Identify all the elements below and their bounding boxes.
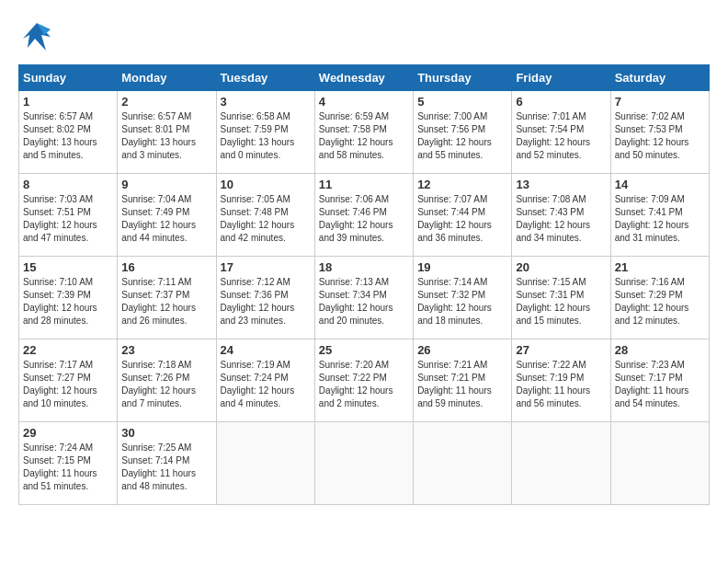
cell-text: Sunrise: 6:58 AMSunset: 7:59 PMDaylight:… (221, 111, 295, 160)
cell-text: Sunrise: 7:19 AMSunset: 7:24 PMDaylight:… (221, 360, 295, 408)
day-number: 17 (221, 260, 311, 274)
day-number: 5 (417, 95, 507, 109)
calendar-cell: 24Sunrise: 7:19 AMSunset: 7:24 PMDayligh… (216, 339, 314, 422)
day-number: 4 (319, 95, 409, 109)
weekday-header: Thursday (414, 65, 512, 91)
day-number: 14 (615, 178, 705, 191)
cell-text: Sunrise: 7:09 AMSunset: 7:41 PMDaylight:… (615, 194, 689, 243)
day-number: 13 (516, 178, 606, 191)
calendar-cell: 17Sunrise: 7:12 AMSunset: 7:36 PMDayligh… (216, 257, 314, 339)
calendar-cell: 10Sunrise: 7:05 AMSunset: 7:48 PMDayligh… (216, 174, 314, 257)
calendar-cell: 11Sunrise: 7:06 AMSunset: 7:46 PMDayligh… (314, 174, 413, 257)
day-number: 22 (23, 343, 113, 357)
weekday-header: Tuesday (216, 65, 314, 91)
cell-text: Sunrise: 7:18 AMSunset: 7:26 PMDaylight:… (121, 360, 196, 408)
day-number: 28 (615, 343, 705, 357)
day-number: 29 (23, 426, 113, 440)
day-number: 12 (417, 178, 507, 191)
weekday-header: Wednesday (314, 65, 413, 91)
calendar-cell: 14Sunrise: 7:09 AMSunset: 7:41 PMDayligh… (610, 174, 709, 257)
cell-text: Sunrise: 7:24 AMSunset: 7:15 PMDaylight:… (23, 442, 97, 491)
cell-text: Sunrise: 7:01 AMSunset: 7:54 PMDaylight:… (516, 111, 590, 160)
day-number: 15 (23, 260, 113, 274)
calendar-cell (512, 422, 610, 505)
day-number: 9 (121, 178, 211, 191)
day-number: 1 (23, 95, 113, 109)
cell-text: Sunrise: 7:17 AMSunset: 7:27 PMDaylight:… (23, 360, 97, 408)
day-number: 16 (121, 260, 211, 274)
cell-text: Sunrise: 7:05 AMSunset: 7:48 PMDaylight:… (221, 194, 295, 243)
calendar-cell (314, 422, 413, 505)
calendar-cell: 21Sunrise: 7:16 AMSunset: 7:29 PMDayligh… (610, 257, 709, 339)
weekday-header: Monday (118, 65, 216, 91)
day-number: 7 (615, 95, 705, 109)
day-number: 24 (221, 343, 311, 357)
day-number: 23 (121, 343, 211, 357)
calendar-cell (610, 422, 709, 505)
calendar-cell: 20Sunrise: 7:15 AMSunset: 7:31 PMDayligh… (512, 257, 610, 339)
calendar-week-row: 15Sunrise: 7:10 AMSunset: 7:39 PMDayligh… (19, 257, 710, 339)
weekday-header: Saturday (610, 65, 709, 91)
cell-text: Sunrise: 7:02 AMSunset: 7:53 PMDaylight:… (615, 111, 689, 160)
calendar-cell: 30Sunrise: 7:25 AMSunset: 7:14 PMDayligh… (118, 422, 216, 505)
logo-icon (18, 18, 55, 55)
calendar-cell: 25Sunrise: 7:20 AMSunset: 7:22 PMDayligh… (314, 339, 413, 422)
day-number: 11 (319, 178, 409, 191)
day-number: 27 (516, 343, 606, 357)
calendar-cell: 28Sunrise: 7:23 AMSunset: 7:17 PMDayligh… (610, 339, 709, 422)
calendar-cell: 22Sunrise: 7:17 AMSunset: 7:27 PMDayligh… (19, 339, 118, 422)
day-number: 21 (615, 260, 705, 274)
calendar-cell: 19Sunrise: 7:14 AMSunset: 7:32 PMDayligh… (414, 257, 512, 339)
cell-text: Sunrise: 7:11 AMSunset: 7:37 PMDaylight:… (121, 277, 196, 326)
cell-text: Sunrise: 7:12 AMSunset: 7:36 PMDaylight:… (221, 277, 295, 326)
calendar-week-row: 29Sunrise: 7:24 AMSunset: 7:15 PMDayligh… (19, 422, 710, 505)
calendar-cell: 27Sunrise: 7:22 AMSunset: 7:19 PMDayligh… (512, 339, 610, 422)
calendar-cell: 2Sunrise: 6:57 AMSunset: 8:01 PMDaylight… (118, 91, 216, 174)
cell-text: Sunrise: 6:59 AMSunset: 7:58 PMDaylight:… (319, 111, 393, 160)
cell-text: Sunrise: 7:00 AMSunset: 7:56 PMDaylight:… (417, 111, 492, 160)
cell-text: Sunrise: 7:16 AMSunset: 7:29 PMDaylight:… (615, 277, 689, 326)
cell-text: Sunrise: 7:06 AMSunset: 7:46 PMDaylight:… (319, 194, 393, 243)
day-number: 8 (23, 178, 113, 191)
calendar-cell: 15Sunrise: 7:10 AMSunset: 7:39 PMDayligh… (19, 257, 118, 339)
cell-text: Sunrise: 7:25 AMSunset: 7:14 PMDaylight:… (121, 442, 196, 491)
cell-text: Sunrise: 7:13 AMSunset: 7:34 PMDaylight:… (319, 277, 393, 326)
calendar-cell: 5Sunrise: 7:00 AMSunset: 7:56 PMDaylight… (414, 91, 512, 174)
calendar-cell: 3Sunrise: 6:58 AMSunset: 7:59 PMDaylight… (216, 91, 314, 174)
cell-text: Sunrise: 6:57 AMSunset: 8:01 PMDaylight:… (121, 111, 196, 160)
day-number: 26 (417, 343, 507, 357)
cell-text: Sunrise: 7:07 AMSunset: 7:44 PMDaylight:… (417, 194, 492, 243)
day-number: 3 (221, 95, 311, 109)
calendar-week-row: 22Sunrise: 7:17 AMSunset: 7:27 PMDayligh… (19, 339, 710, 422)
cell-text: Sunrise: 7:22 AMSunset: 7:19 PMDaylight:… (516, 360, 590, 408)
cell-text: Sunrise: 7:03 AMSunset: 7:51 PMDaylight:… (23, 194, 97, 243)
cell-text: Sunrise: 7:23 AMSunset: 7:17 PMDaylight:… (615, 360, 689, 408)
cell-text: Sunrise: 7:21 AMSunset: 7:21 PMDaylight:… (417, 360, 492, 408)
day-number: 10 (221, 178, 311, 191)
weekday-header-row: SundayMondayTuesdayWednesdayThursdayFrid… (19, 65, 710, 91)
calendar-cell (216, 422, 314, 505)
cell-text: Sunrise: 7:08 AMSunset: 7:43 PMDaylight:… (516, 194, 590, 243)
weekday-header: Friday (512, 65, 610, 91)
cell-text: Sunrise: 7:04 AMSunset: 7:49 PMDaylight:… (121, 194, 196, 243)
weekday-header: Sunday (19, 65, 118, 91)
calendar-cell: 29Sunrise: 7:24 AMSunset: 7:15 PMDayligh… (19, 422, 118, 505)
day-number: 30 (121, 426, 211, 440)
calendar-cell: 26Sunrise: 7:21 AMSunset: 7:21 PMDayligh… (414, 339, 512, 422)
calendar-cell: 1Sunrise: 6:57 AMSunset: 8:02 PMDaylight… (19, 91, 118, 174)
calendar-week-row: 1Sunrise: 6:57 AMSunset: 8:02 PMDaylight… (19, 91, 710, 174)
calendar-cell: 8Sunrise: 7:03 AMSunset: 7:51 PMDaylight… (19, 174, 118, 257)
calendar-cell: 9Sunrise: 7:04 AMSunset: 7:49 PMDaylight… (118, 174, 216, 257)
day-number: 6 (516, 95, 606, 109)
svg-marker-0 (23, 23, 51, 51)
day-number: 25 (319, 343, 409, 357)
calendar-week-row: 8Sunrise: 7:03 AMSunset: 7:51 PMDaylight… (19, 174, 710, 257)
cell-text: Sunrise: 7:10 AMSunset: 7:39 PMDaylight:… (23, 277, 97, 326)
calendar-cell (414, 422, 512, 505)
cell-text: Sunrise: 7:20 AMSunset: 7:22 PMDaylight:… (319, 360, 393, 408)
page-header (18, 18, 710, 55)
calendar-cell: 7Sunrise: 7:02 AMSunset: 7:53 PMDaylight… (610, 91, 709, 174)
day-number: 18 (319, 260, 409, 274)
logo (18, 18, 59, 55)
day-number: 19 (417, 260, 507, 274)
